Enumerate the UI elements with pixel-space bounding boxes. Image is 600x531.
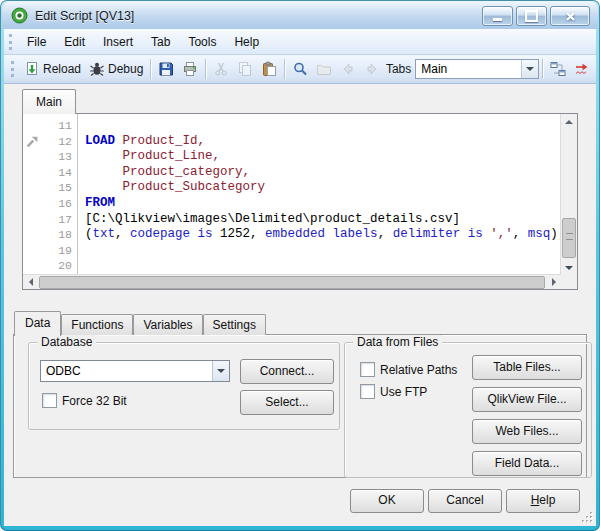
window-controls xyxy=(482,6,590,26)
select-button[interactable]: Select... xyxy=(240,390,334,415)
toolbar-button-print[interactable] xyxy=(178,59,202,79)
code-line[interactable]: 14 Product_category, xyxy=(23,165,560,181)
connect-button[interactable]: Connect... xyxy=(240,359,334,384)
editor-horizontal-scrollbar[interactable] xyxy=(23,274,561,289)
toolbar-button-find[interactable] xyxy=(288,59,312,79)
toolbar-button-back[interactable] xyxy=(336,59,360,79)
resize-grip[interactable] xyxy=(581,511,594,524)
minimize-button[interactable] xyxy=(482,6,513,26)
script-editor[interactable]: 1112LOAD Product_Id,13 Product_Line,14 P… xyxy=(22,113,578,290)
gutter: 14 xyxy=(23,165,77,181)
tab-variables[interactable]: Variables xyxy=(133,314,202,335)
menu-item-tools[interactable]: Tools xyxy=(179,32,225,52)
vertical-scrollbar-thumb[interactable] xyxy=(562,218,576,258)
field-data-button[interactable]: Field Data... xyxy=(472,451,582,476)
maximize-icon xyxy=(525,10,538,22)
tableviewer-icon xyxy=(550,61,566,77)
reload-icon xyxy=(24,61,40,77)
code-line[interactable]: 18(txt, codepage is 1252, embedded label… xyxy=(23,227,560,243)
database-combo[interactable]: ODBC xyxy=(40,360,230,382)
gutter-space xyxy=(23,165,42,181)
force-32-bit-checkbox[interactable]: Force 32 Bit xyxy=(42,393,127,408)
qlikview-file-button[interactable]: QlikView File... xyxy=(472,387,582,412)
code-text: [C:\Qlikview\images\Delimited\product_de… xyxy=(77,212,460,228)
code-line[interactable]: 15 Product_Subcategory xyxy=(23,180,560,196)
line-number: 16 xyxy=(42,196,77,212)
use-ftp-checkbox[interactable]: Use FTP xyxy=(360,384,457,399)
toolbar-separator xyxy=(150,59,151,79)
toolbar-button-forward[interactable] xyxy=(360,59,384,79)
relative-paths-checkbox[interactable]: Relative Paths xyxy=(360,362,457,377)
help-button[interactable]: Help xyxy=(506,489,580,513)
chevron-down-icon xyxy=(526,67,534,71)
close-button[interactable] xyxy=(550,6,590,26)
tab-functions[interactable]: Functions xyxy=(61,314,133,335)
bottom-tab-strip: DataFunctionsVariablesSettings xyxy=(14,311,266,335)
tab-selector-dropdown-button[interactable] xyxy=(521,60,538,78)
gutter: 17 xyxy=(23,212,77,228)
toolbar-button-cut[interactable] xyxy=(209,59,233,79)
force-32-bit-label: Force 32 Bit xyxy=(62,394,127,408)
editor-tab-main[interactable]: Main xyxy=(22,89,76,114)
tab-selector[interactable]: Main xyxy=(415,59,539,79)
toolbar-button-syntax-check[interactable] xyxy=(570,59,594,79)
table-files-button[interactable]: Table Files... xyxy=(472,355,582,380)
line-number: 17 xyxy=(42,212,77,228)
database-group: Database xyxy=(28,342,340,430)
gutter-space xyxy=(23,212,42,228)
code-line[interactable]: 13 Product_Line, xyxy=(23,149,560,165)
scroll-left-button[interactable] xyxy=(23,275,38,289)
menu-item-file[interactable]: File xyxy=(18,32,55,52)
menu-item-insert[interactable]: Insert xyxy=(94,32,142,52)
code-line[interactable]: 20 xyxy=(23,258,560,274)
code-area[interactable]: 1112LOAD Product_Id,13 Product_Line,14 P… xyxy=(23,114,560,275)
code-text: Product_Subcategory xyxy=(77,180,265,196)
files-checkboxes: Relative PathsUse FTP xyxy=(360,362,457,399)
ok-button[interactable]: OK xyxy=(350,489,424,513)
database-combo-dropdown-button[interactable] xyxy=(212,361,229,381)
toolbar-button-paste[interactable] xyxy=(257,59,281,79)
code-line[interactable]: 19 xyxy=(23,243,560,259)
tab-data[interactable]: Data xyxy=(14,311,61,336)
tab-settings[interactable]: Settings xyxy=(203,314,266,335)
code-text xyxy=(77,243,85,259)
menu-grip[interactable] xyxy=(9,34,12,50)
menu-item-help[interactable]: Help xyxy=(225,32,268,52)
web-files-button[interactable]: Web Files... xyxy=(472,419,582,444)
titlebar[interactable]: Edit Script [QV13] xyxy=(2,2,598,29)
scroll-down-button[interactable] xyxy=(561,260,577,275)
bookmark-arrow-icon xyxy=(23,134,42,150)
menu-item-edit[interactable]: Edit xyxy=(55,32,94,52)
code-line[interactable]: 17[C:\Qlikview\images\Delimited\product_… xyxy=(23,212,560,228)
editor-vertical-scrollbar[interactable] xyxy=(560,114,577,275)
debug-icon xyxy=(89,61,105,77)
code-line[interactable]: 11 xyxy=(23,118,560,134)
toolbar-button-debug[interactable]: Debug xyxy=(85,59,147,79)
toolbar-button-tableviewer[interactable] xyxy=(546,59,570,79)
scroll-up-button[interactable] xyxy=(561,114,577,129)
toolbar-grip[interactable] xyxy=(11,61,14,77)
maximize-button[interactable] xyxy=(516,6,547,26)
toolbar-button-copy[interactable] xyxy=(233,59,257,79)
scroll-right-button[interactable] xyxy=(546,275,561,289)
menu-item-tab[interactable]: Tab xyxy=(142,32,179,52)
toolbar-button-save[interactable] xyxy=(154,59,178,79)
folder-icon xyxy=(316,61,332,77)
line-number: 13 xyxy=(42,149,77,165)
toolbar-separator xyxy=(542,59,543,79)
horizontal-scrollbar-thumb[interactable] xyxy=(39,276,545,289)
copy-icon xyxy=(237,61,253,77)
triangle-right-icon xyxy=(552,278,556,286)
checkbox-icon xyxy=(360,362,375,377)
gutter: 12 xyxy=(23,134,77,150)
toolbar-button-folder[interactable] xyxy=(312,59,336,79)
line-number: 18 xyxy=(42,227,77,243)
checkbox-label: Use FTP xyxy=(380,385,427,399)
tabs-label: Tabs xyxy=(386,62,411,76)
code-line[interactable]: 12LOAD Product_Id, xyxy=(23,134,560,150)
code-line[interactable]: 16FROM xyxy=(23,196,560,212)
cancel-button[interactable]: Cancel xyxy=(428,489,502,513)
toolbar-button-label: Reload xyxy=(43,62,81,76)
toolbar-button-reload[interactable]: Reload xyxy=(20,59,85,79)
gutter: 18 xyxy=(23,227,77,243)
